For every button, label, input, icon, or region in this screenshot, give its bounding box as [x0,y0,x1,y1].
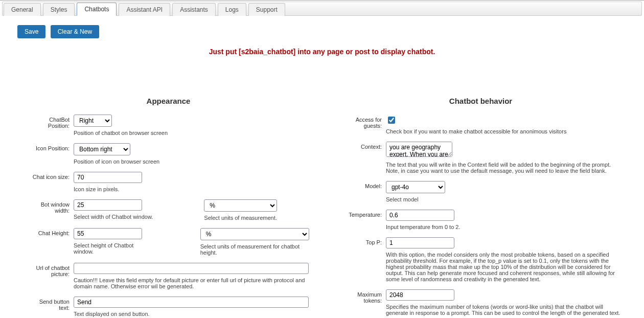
chat-height-label: Chat Height: [28,228,70,236]
window-width-units-select[interactable]: % [204,199,277,212]
icon-position-label: Icon Position: [28,143,70,151]
tab-chatbots[interactable]: Chatbots [77,3,117,16]
window-width-input[interactable] [74,199,142,211]
chatbot-position-label: ChatBot Position: [28,115,70,129]
picture-url-desc: Caution!!! Leave this field empty for de… [74,277,309,289]
behavior-heading: Chatbot behavior [340,97,622,105]
appearance-heading: Appearance [28,97,309,105]
tab-general[interactable]: General [4,3,41,16]
tab-logs[interactable]: Logs [218,3,246,16]
access-guests-label: Access for guests: [340,115,382,129]
save-button[interactable]: Save [17,25,45,38]
tabs-nav: General Styles Chatbots Assistant API As… [2,2,642,16]
window-width-units-desc: Select units of measurement. [204,215,277,221]
model-select[interactable]: gpt-4o [386,181,445,193]
max-tokens-desc: Specifies the maximum number of tokens (… [386,304,622,316]
icon-size-label: Chat icon size: [28,172,70,180]
send-text-input[interactable] [74,297,309,308]
send-text-desc: Text displayed on send button. [74,311,309,317]
clear-new-button[interactable]: Clear & New [51,25,99,38]
temperature-label: Temperature: [340,210,382,218]
icon-size-desc: Icon size in pixels. [74,186,309,192]
icon-size-input[interactable] [74,172,142,183]
picture-url-label: Url of chatbot picture: [28,263,70,277]
tab-styles[interactable]: Styles [43,3,75,16]
send-text-label: Send button text: [28,297,70,311]
max-tokens-input[interactable] [386,289,454,301]
temperature-input[interactable] [386,210,454,221]
top-p-desc: With this option, the model considers on… [386,252,622,282]
chat-height-desc: Select height of Chatbot window. [74,242,149,255]
icon-position-select[interactable]: Bottom right [74,143,130,155]
chat-height-input[interactable] [74,228,142,239]
shortcode-hint: Just put [s2baia_chatbot] into any page … [2,48,642,56]
access-guests-checkbox[interactable] [388,117,395,124]
tab-support[interactable]: Support [248,3,285,16]
window-width-label: Bot window width: [28,199,70,214]
model-label: Model: [340,181,382,189]
access-guests-desc: Check box if you want to make chatbot ac… [386,128,622,134]
top-p-input[interactable] [386,237,454,248]
picture-url-input[interactable] [74,263,309,274]
top-p-label: Top P: [340,237,382,245]
max-tokens-label: Maximum tokens: [340,289,382,304]
chatbot-position-select[interactable]: Right [74,115,112,127]
chat-height-units-select[interactable]: % [200,228,309,240]
model-desc: Select model [386,196,622,202]
behavior-section: Chatbot behavior Access for guests: Chec… [340,97,622,318]
tab-assistant-api[interactable]: Assistant API [119,3,170,16]
toolbar: Save Clear & New [2,16,642,38]
chat-height-units-desc: Select units of measurement for chatbot … [200,243,309,256]
context-desc: The text that you will write in the Cont… [386,162,622,174]
appearance-section: Appearance ChatBot Position: Right Posit… [28,97,309,318]
icon-position-desc: Position of icon on browser screen [74,158,309,165]
context-label: Context: [340,142,382,150]
chatbot-position-desc: Position of chatbot on browser screen [74,130,309,136]
context-textarea[interactable] [386,142,452,157]
tab-assistants[interactable]: Assistants [172,3,216,16]
window-width-desc: Select width of Chatbot window. [74,214,153,220]
temperature-desc: Input temperature from 0 to 2. [386,224,622,230]
